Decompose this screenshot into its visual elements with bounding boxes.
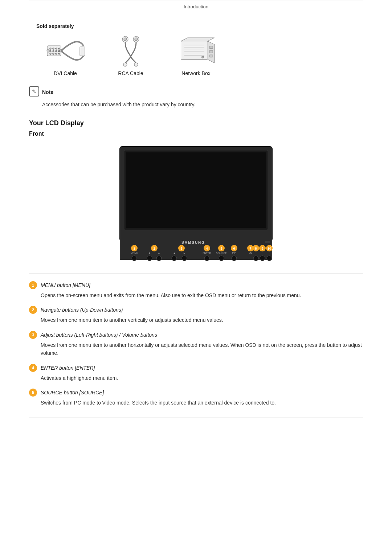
- button-list: 1 MENU button [MENU] Opens the on-screen…: [29, 281, 363, 407]
- svg-point-73: [253, 256, 258, 261]
- svg-point-1: [50, 48, 51, 49]
- svg-point-11: [56, 53, 57, 54]
- network-box-label: Network Box: [181, 70, 210, 76]
- note-text: Accessories that can be purchased with t…: [42, 101, 363, 108]
- button-desc-5: Switches from PC mode to Video mode. Sel…: [41, 399, 363, 407]
- button-title-3: Adjust buttons (Left-Right buttons) / Vo…: [41, 332, 157, 338]
- button-desc-3: Moves from one menu item to another hori…: [41, 341, 363, 357]
- divider-bottom: [29, 418, 363, 418]
- svg-point-69: [182, 256, 187, 261]
- bullet-3: 3: [29, 331, 37, 339]
- svg-point-9: [50, 53, 51, 54]
- svg-text:PIP: PIP: [232, 252, 236, 254]
- svg-point-32: [202, 56, 204, 58]
- svg-point-67: [156, 256, 162, 261]
- bullet-1: 1: [29, 281, 37, 289]
- svg-point-65: [132, 256, 137, 261]
- svg-text:7: 7: [249, 247, 251, 250]
- svg-point-7: [56, 50, 57, 52]
- svg-point-71: [219, 256, 224, 261]
- svg-text:1: 1: [133, 247, 135, 250]
- bullet-5: 5: [29, 389, 37, 397]
- dvi-cable-image: [44, 35, 87, 67]
- sold-separately-title: Sold separately: [36, 23, 363, 29]
- button-desc-1: Opens the on-screen menu and exits from …: [41, 291, 363, 299]
- svg-text:ENTER: ENTER: [203, 252, 211, 254]
- svg-rect-29: [209, 46, 213, 48]
- dvi-cable-label: DVI Cable: [54, 70, 77, 76]
- accessory-network-box: Network Box: [174, 35, 218, 76]
- svg-point-8: [58, 50, 60, 52]
- svg-point-72: [232, 256, 237, 261]
- button-item-4: 4 ENTER button [ENTER] Activates a highl…: [29, 364, 363, 382]
- svg-text:SAMSUNG: SAMSUNG: [181, 241, 205, 245]
- divider-1: [29, 274, 363, 274]
- bullet-4: 4: [29, 364, 37, 372]
- monitor-container: SAMSUNG 1 2 3 4 5: [29, 143, 363, 266]
- header-title: Introduction: [184, 4, 208, 9]
- svg-point-21: [134, 63, 138, 66]
- note-section: ✎ Note: [29, 87, 363, 97]
- accessory-dvi: DVI Cable: [44, 35, 87, 76]
- svg-point-4: [58, 48, 60, 49]
- accessories-row: DVI Cable: [44, 35, 363, 76]
- svg-text:8: 8: [255, 247, 257, 250]
- bullet-2: 2: [29, 306, 37, 314]
- button-title-2: Navigate buttons (Up-Down buttons): [41, 307, 123, 313]
- svg-point-20: [123, 63, 127, 66]
- svg-point-10: [53, 53, 54, 54]
- svg-point-74: [260, 256, 265, 261]
- note-icon: ✎: [29, 86, 39, 97]
- svg-text:MENU: MENU: [131, 252, 138, 254]
- svg-text:6: 6: [233, 247, 235, 250]
- svg-point-70: [204, 256, 209, 261]
- svg-point-6: [53, 50, 54, 52]
- svg-rect-30: [209, 50, 213, 53]
- svg-text:►: ►: [183, 252, 186, 254]
- svg-point-19: [135, 38, 138, 41]
- button-item-3: 3 Adjust buttons (Left-Right buttons) / …: [29, 331, 363, 357]
- svg-text:4: 4: [206, 247, 208, 250]
- svg-point-17: [124, 38, 127, 41]
- svg-point-13: [47, 49, 50, 52]
- svg-point-75: [267, 256, 272, 261]
- network-box-image: [174, 35, 218, 67]
- svg-text:9: 9: [261, 247, 263, 250]
- button-title-4: ENTER button [ENTER]: [41, 365, 95, 371]
- button-desc-2: Moves from one menu item to another vert…: [41, 316, 363, 324]
- button-item-5: 5 SOURCE button [SOURCE] Switches from P…: [29, 389, 363, 407]
- svg-text:5: 5: [220, 247, 222, 250]
- page-header: Introduction: [29, 0, 363, 12]
- svg-text:▼: ▼: [148, 252, 151, 254]
- svg-text:3: 3: [180, 247, 182, 250]
- svg-rect-31: [209, 55, 213, 57]
- svg-point-3: [56, 48, 57, 49]
- svg-text:SOURCE: SOURCE: [216, 252, 227, 254]
- svg-rect-35: [126, 152, 266, 228]
- lcd-display-heading: Your LCD Display: [29, 119, 363, 127]
- rca-cable-image: [109, 35, 152, 67]
- svg-rect-15: [80, 47, 85, 56]
- svg-point-66: [147, 256, 152, 261]
- sold-separately-section: Sold separately: [29, 23, 363, 76]
- svg-point-12: [58, 53, 60, 54]
- svg-rect-38: [265, 241, 270, 243]
- svg-text:10: 10: [268, 247, 271, 250]
- svg-point-68: [172, 256, 177, 261]
- button-title-5: SOURCE button [SOURCE]: [41, 390, 104, 395]
- svg-text:▲: ▲: [158, 252, 160, 254]
- note-title: Note: [42, 87, 53, 97]
- button-title-1: MENU button [MENU]: [41, 282, 90, 288]
- front-subheading: Front: [29, 131, 363, 137]
- button-item-2: 2 Navigate buttons (Up-Down buttons) Mov…: [29, 306, 363, 324]
- svg-text:2: 2: [153, 247, 155, 250]
- svg-text:⏻: ⏻: [249, 252, 252, 254]
- accessory-rca: RCA Cable: [109, 35, 152, 76]
- button-desc-4: Activates a highlighted menu item.: [41, 374, 363, 382]
- svg-text:◄: ◄: [173, 252, 176, 254]
- button-item-1: 1 MENU button [MENU] Opens the on-screen…: [29, 281, 363, 299]
- svg-point-5: [50, 50, 51, 52]
- svg-point-2: [53, 48, 54, 49]
- monitor-svg: SAMSUNG 1 2 3 4 5: [105, 143, 287, 266]
- rca-cable-label: RCA Cable: [118, 70, 143, 76]
